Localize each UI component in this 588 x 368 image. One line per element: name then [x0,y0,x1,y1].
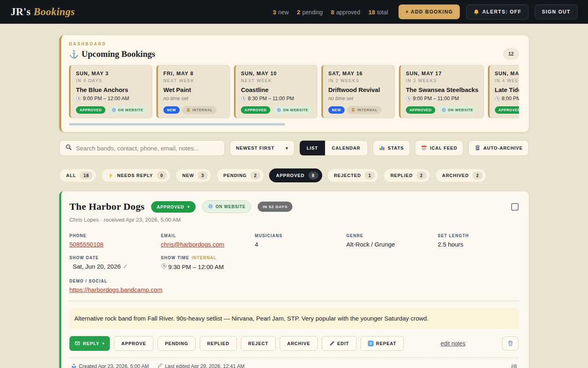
app-logo: JR'sBookings [11,6,75,18]
card-relative-time: IN 3 WEEKS [406,78,479,83]
search-icon [65,144,72,152]
divider [69,301,519,301]
tab-calendar-view[interactable]: CALENDAR [325,141,368,155]
header-stats: 3new2pending8approved18total [273,9,388,16]
edit-notes-link[interactable]: edit notes [441,340,466,347]
card-show-time: 9:00 PM – 11:00 PM [406,96,479,101]
card-show-time: 8:30 PM – 11:00 PM [241,96,312,101]
brand-prefix: JR's [11,6,31,17]
filter-approved[interactable]: APPROVED8 [269,168,322,182]
clock-icon [76,96,81,101]
field-show-date: SHOW DATE Sat, Jun 20, 2026 [69,256,161,270]
clock-icon [406,96,411,101]
last-edited-timestamp: Last edited Apr 29, 2026, 12:41 AM [157,363,245,368]
filter-all[interactable]: ALL18 [59,168,96,182]
on-website-badge: ON WEBSITE [202,200,251,213]
edit-button[interactable]: EDIT [322,336,356,351]
card-relative-time: NEXT WEEK [163,78,225,83]
alerts-toggle-button[interactable]: ALERTS: OFF [466,4,528,20]
upcoming-scroller[interactable]: SUN, MAY 3IN 4 DAYSThe Blue Anchors9:00 … [69,65,519,118]
approve-button[interactable]: APPROVE [114,336,154,351]
tab-list-view[interactable]: LIST [300,141,325,155]
top-bar: JR'sBookings 3new2pending8approved18tota… [0,0,588,24]
approved-badge: APPROVED [406,106,435,114]
card-date: SAT, MAY 16 [328,71,390,76]
approved-badge: APPROVED [241,106,270,114]
status-dropdown[interactable]: APPROVED ▾ [151,201,196,213]
replied-button[interactable]: REPLIED [200,336,237,351]
svg-text:17: 17 [422,147,425,150]
filter-needs-reply[interactable]: NEEDS REPLY0 [101,168,170,182]
chevron-down-icon: ▾ [187,204,190,209]
carousel-scrollbar[interactable] [69,123,285,126]
card-show-time: 8:00 PM – 10:00 PM [495,96,519,101]
add-booking-button[interactable]: + ADD BOOKING [399,4,460,19]
booking-card: The Harbor Dogs APPROVED ▾ ON WEBSITE IN… [59,191,529,368]
sort-dropdown[interactable]: NEWEST FIRST ▾ [230,140,294,156]
filter-rejected[interactable]: REJECTED1 [327,168,379,182]
ical-feed-button[interactable]: 17 ICAL FEED [415,140,463,156]
website-badge: ON WEBSITE [273,106,312,114]
internal-tag: INTERNAL [192,256,216,260]
band-name: The Harbor Dogs [69,201,145,212]
archive-button[interactable]: ARCHIVE [280,336,318,351]
pending-button[interactable]: PENDING [158,336,196,351]
card-relative-time: IN 2 WEEKS [328,78,390,83]
card-show-time: no time set [328,96,390,101]
upcoming-card[interactable]: SUN, MAY 10NEXT WEEKCoastline8:30 PM – 1… [234,65,317,118]
brand-name: Bookings [33,6,75,17]
envelope-icon [75,341,80,347]
booking-id: #8 [511,363,517,368]
edit-date-pencil-icon[interactable] [123,263,127,270]
delete-button[interactable] [502,337,519,350]
auto-archive-button[interactable]: AUTO-ARCHIVE [468,140,529,156]
view-toggle: LIST CALENDAR [299,140,368,156]
upcoming-card[interactable]: SUN, MAY 3IN 4 DAYSThe Blue Anchors9:00 … [69,65,152,118]
upcoming-card[interactable]: SAT, MAY 16IN 2 WEEKSDriftwood Revivalno… [321,65,395,118]
sign-out-button[interactable]: SIGN OUT [535,4,577,19]
file-cabinet-icon [474,145,481,152]
demo-link[interactable]: https://harbordogs.bandcamp.com [69,286,163,293]
field-musicians: MUSICIANS 4 [255,233,346,248]
phone-link[interactable]: 5085550108 [69,241,103,248]
field-demo-social: DEMO / SOCIAL https://harbordogs.bandcam… [69,279,519,293]
card-date: FRI, MAY 8 [163,71,225,76]
internal-badge: INTERNAL [347,106,381,114]
card-band-name: The Blue Anchors [76,86,147,93]
filter-new[interactable]: NEW3 [176,168,212,182]
email-link[interactable]: chris@harbordogs.com [161,241,224,248]
dashboard-eyebrow: DASHBOARD [69,42,519,46]
filter-archived[interactable]: ARCHIVED2 [435,168,486,182]
reject-button[interactable]: REJECT [241,336,276,351]
card-date: SUN, MAY 10 [241,71,312,76]
card-band-name: Wet Paint [163,86,225,93]
status-filters: ALL18NEEDS REPLY0NEW3PENDING2APPROVED8RE… [59,168,529,182]
contact-received-line: Chris Lopes · received Apr 23, 2026, 5:0… [69,217,519,223]
upcoming-card[interactable]: FRI, MAY 8NEXT WEEKWet Paintno time setN… [156,65,230,118]
bell-icon [473,9,479,15]
search-input[interactable] [76,145,219,152]
pencil-icon [329,341,335,346]
bar-chart-icon [379,145,385,152]
chevron-down-icon: ▾ [102,341,105,346]
select-booking-checkbox[interactable] [511,203,519,211]
repeat-button[interactable]: REPEAT [361,336,404,351]
filter-replied[interactable]: REPLIED2 [383,168,430,182]
filter-pending[interactable]: PENDING2 [216,168,264,182]
lightning-icon [108,173,114,178]
stats-button[interactable]: STATS [373,140,410,156]
clock-icon [495,96,500,101]
filter-count-badge: 3 [198,171,208,180]
pencil-icon [157,363,163,368]
approved-badge: APPROVED [76,106,105,114]
upcoming-card[interactable]: SUN, MAY 24IN 4 WEEKSLate Tide8:00 PM – … [488,65,519,118]
card-relative-time: NEXT WEEK [241,78,312,83]
upcoming-count-badge: 12 [503,48,519,60]
card-band-name: Late Tide [495,86,519,93]
card-show-time: no time set [163,96,225,101]
card-relative-time: IN 4 DAYS [76,78,147,83]
upcoming-card[interactable]: SUN, MAY 17IN 3 WEEKSThe Swansea Steelba… [399,65,484,118]
reply-button[interactable]: REPLY ▾ [69,336,110,351]
field-show-time: SHOW TIME INTERNAL 9:30 PM – 12:00 AM [161,256,519,270]
inbox-icon [71,363,77,368]
